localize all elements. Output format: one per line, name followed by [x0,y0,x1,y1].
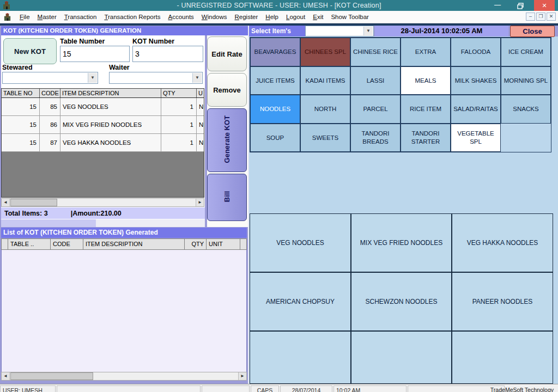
status-user: USER: UMESH [0,385,56,392]
mdi-minimize-icon[interactable]: – [526,13,535,21]
minimize-icon[interactable]: — [489,0,506,11]
category-milk-shakes[interactable]: MILK SHAKES [451,66,501,95]
menu-transaction[interactable]: Transaction [60,12,101,22]
category-salad-raitas[interactable]: SALAD/RAITAS [451,95,501,124]
menu-exit[interactable]: Exit [309,12,327,22]
waiter-dropdown-arrow-icon[interactable]: ▼ [192,73,202,83]
category-chinese-rice[interactable]: CHINESE RICE [350,38,401,66]
menu-show-toolbar[interactable]: Show Toolbar [327,12,372,22]
status-date: 28/07/2014 [280,385,332,392]
table-row[interactable]: 15 85 VEG NOODLES 1 N [2,98,204,116]
datetime-display: 28-Jul-2014 10:02:05 AM [375,26,508,36]
menu-register[interactable]: Register [231,12,262,22]
status-bar: USER: UMESH CAPS 28/07/2014 10:02 AM Tra… [0,384,558,392]
col-item-description[interactable]: ITEM DESCRIPTION [83,239,185,249]
title-bar: - UNREGISTRED SOFTWARE - USER: UMESH - [… [0,0,558,11]
category-lassi[interactable]: LASSI [350,66,401,95]
status-empty-2 [202,385,250,392]
totals-bar: Total Items: 3 |Amount:210.00 [1,207,205,219]
kot-list-table-header: TABLE .. CODE ITEM DESCRIPTION QTY UNIT [1,238,247,250]
item-empty-cell [452,331,553,384]
table-row[interactable]: 15 86 MIX VEG FRIED NOODLES 1 N [2,116,204,134]
col-table-no[interactable]: TABLE NO [2,89,40,97]
bill-button[interactable]: Bill [207,174,247,221]
scrollbar-thumb[interactable] [10,199,57,206]
menu-transaction-reports[interactable]: Transaction Reports [100,12,164,22]
kot-number-input[interactable] [132,46,203,62]
menu-windows[interactable]: Windows [198,12,231,22]
item-veg-noodles[interactable]: VEG NOODLES [250,213,351,272]
category-vegetable-spl[interactable]: VEGETABLE SPL [451,124,501,152]
scroll-right-icon[interactable]: ► [238,372,246,380]
col-unit[interactable]: U [197,89,204,97]
category-north[interactable]: NORTH [300,95,350,124]
remove-button[interactable]: Remove [207,73,247,107]
col-unit[interactable]: UNIT [207,239,240,249]
cell-unit: N [197,98,204,115]
select-items-dropdown-arrow-icon[interactable]: ▼ [363,27,373,35]
steward-label: Stewared [2,64,33,71]
mdi-restore-icon[interactable]: ❐ [536,13,545,21]
kot-items-table: TABLE NO CODE ITEM DESCRIPTION QTY U 15 … [1,88,204,198]
category-extra[interactable]: EXTRA [401,38,451,66]
item-mix-veg-fried-noodles[interactable]: MIX VEG FRIED NOODLES [351,213,452,272]
category-ice-cream[interactable]: ICE CREAM [501,38,551,66]
edit-rate-button[interactable]: Edit Rate [207,36,247,71]
mdi-close-icon[interactable]: ✕ [547,13,556,21]
col-code[interactable]: CODE [51,239,83,249]
col-item-description[interactable]: ITEM DESCRIPTION [60,89,161,97]
table-number-input[interactable] [60,46,130,62]
waiter-dropdown[interactable]: ▼ [109,72,203,84]
category-falooda[interactable]: FALOODA [451,38,501,66]
category-morning-spl[interactable]: MORNING SPL [501,66,551,95]
item-american-chopsuy[interactable]: AMERICAN CHOPSUY [250,272,351,331]
close-icon[interactable]: ✕ [534,0,555,11]
col-qty[interactable]: QTY [185,239,207,249]
new-kot-button[interactable]: New KOT [3,38,57,64]
col-code[interactable]: CODE [40,89,60,97]
category-noodles[interactable]: NOODLES [250,95,300,124]
category-rice-item[interactable]: RICE ITEM [401,95,451,124]
category-beavarages[interactable]: BEAVARAGES [250,38,300,66]
item-veg-hakka-noodles[interactable]: VEG HAKKA NOODLES [452,213,553,272]
application-window: - UNREGISTRED SOFTWARE - USER: UMESH - [… [0,0,558,392]
scroll-right-icon[interactable]: ► [196,199,204,206]
menu-file[interactable]: File [16,12,34,22]
steward-dropdown-arrow-icon[interactable]: ▼ [88,73,97,83]
steward-dropdown[interactable]: ▼ [2,72,98,84]
scrollbar-thumb[interactable] [10,372,93,380]
scroll-left-icon[interactable]: ◄ [2,199,10,206]
close-button[interactable]: Close [510,26,555,37]
item-schewzon-noodles[interactable]: SCHEWZON NOODLES [351,272,452,331]
category-kadai-items[interactable]: KADAI ITEMS [300,66,350,95]
menu-master[interactable]: Master [34,12,60,22]
restore-icon[interactable] [514,2,526,9]
scroll-left-icon[interactable]: ◄ [2,372,10,380]
generate-kot-button[interactable]: Generate KOT [207,108,247,172]
category-chinees-spl[interactable]: CHINEES SPL [300,38,350,66]
category-meals[interactable]: MEALS [401,66,451,95]
kot-items-table-header: TABLE NO CODE ITEM DESCRIPTION QTY U [2,89,204,98]
table-row[interactable]: 15 87 VEG HAKKA NOODLES 1 N [2,134,204,152]
menu-logout[interactable]: Logout [282,12,309,22]
col-table-no[interactable]: TABLE .. [8,239,51,249]
kot-items-scrollbar[interactable]: ◄ ► [1,198,204,207]
menu-bar: File Master Transaction Transaction Repo… [0,11,558,23]
category-parcel[interactable]: PARCEL [350,95,401,124]
category-soup[interactable]: SOUP [250,124,300,152]
category-sweets[interactable]: SWEETS [300,124,350,152]
kot-list-scrollbar[interactable]: ◄ ► [1,372,247,381]
col-blank [2,239,8,249]
category-tandori-starter[interactable]: TANDORI STARTER [401,124,451,152]
menu-accounts[interactable]: Accounts [165,12,198,22]
select-items-label: Select Item's [249,26,305,36]
col-qty[interactable]: QTY [161,89,197,97]
item-paneer-noodles[interactable]: PANEER NOODLES [452,272,553,331]
category-snacks[interactable]: SNACKS [501,95,551,124]
category-tandori-breads[interactable]: TANDORI BREADS [350,124,401,152]
cell-qty: 1 [161,98,197,115]
kot-list-table-body[interactable] [1,250,247,372]
category-juice-items[interactable]: JUICE ITEMS [250,66,300,95]
select-items-dropdown[interactable]: ▼ [305,26,374,36]
menu-help[interactable]: Help [262,12,282,22]
